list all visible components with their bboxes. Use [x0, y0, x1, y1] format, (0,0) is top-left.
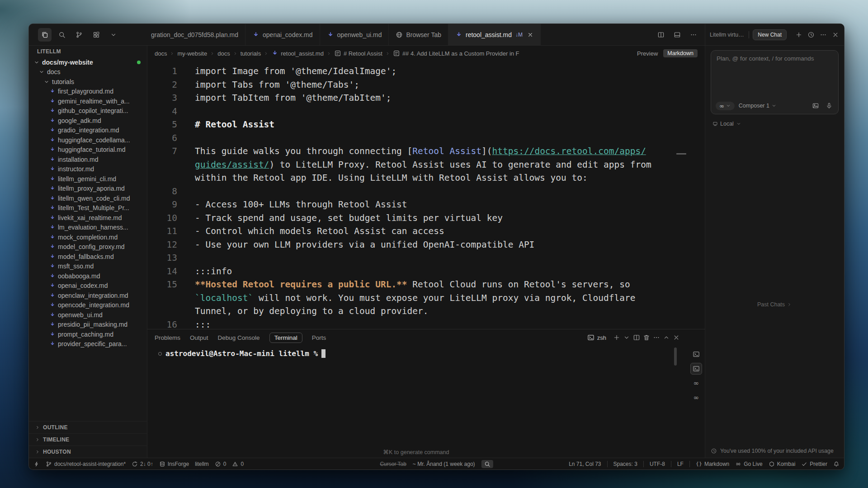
image-button[interactable] [811, 101, 820, 110]
panel-tab-terminal[interactable]: Terminal [269, 333, 302, 343]
terminal-list-item-0[interactable] [690, 348, 702, 360]
markdown-mode-button[interactable]: Markdown [663, 49, 698, 57]
status-prettier[interactable]: Prettier [801, 461, 827, 467]
status-litellm[interactable]: litellm [195, 461, 209, 467]
shell-tab[interactable]: zsh [587, 334, 606, 341]
tree-file-prompt-caching-md[interactable]: prompt_caching.md [29, 329, 147, 339]
panel-tab-output[interactable]: Output [190, 334, 208, 341]
plus-button[interactable] [612, 333, 622, 343]
status-zap[interactable] [33, 461, 40, 467]
tree-file-installation-md[interactable]: installation.md [29, 155, 147, 164]
status-bell[interactable] [833, 461, 840, 467]
tab-openweb-ui-md[interactable]: openweb_ui.md [320, 24, 389, 45]
status-go-live[interactable]: Go Live [735, 461, 762, 467]
status-lf[interactable]: LF [671, 461, 684, 467]
status-mr-nand-1-week-ago[interactable]: ~ Mr. Ånand (1 week ago) [413, 461, 475, 467]
chevron-down-button[interactable] [622, 333, 632, 343]
panel-tab-debug-console[interactable]: Debug Console [218, 334, 260, 341]
tree-file-openclaw-integration-md[interactable]: openclaw_integration.md [29, 291, 147, 300]
breadcrumb-tutorials[interactable]: tutorials [241, 50, 261, 57]
section-timeline[interactable]: TIMELINE [29, 433, 147, 446]
terminal-list-item-1[interactable] [690, 363, 702, 375]
tree-file-openweb-ui-md[interactable]: openweb_ui.md [29, 310, 147, 320]
tree-file-provider-specific-para[interactable]: provider_specific_para... [29, 339, 147, 349]
split-editor-button[interactable] [632, 333, 642, 343]
tree-file-litellm-qwen-code-cli-md[interactable]: litellm_qwen_code_cli.md [29, 193, 147, 203]
new-chat-button[interactable]: New Chat [753, 29, 787, 40]
tree-file-instructor-md[interactable]: instructor.md [29, 164, 147, 174]
tree-file-litellm-test-multiple-pr[interactable]: litellm_Test_Multiple_Pr... [29, 203, 147, 213]
panel-tab-ports[interactable]: Ports [312, 334, 326, 341]
status-0[interactable]: 0 [232, 461, 244, 467]
more-button[interactable] [651, 333, 661, 343]
mode-selector[interactable]: Local [712, 121, 837, 127]
mic-button[interactable] [825, 101, 834, 110]
tree-file-github-copilot-integrati[interactable]: github_copilot_integrati... [29, 106, 147, 116]
tab-browser-tab[interactable]: Browser Tab [389, 24, 448, 45]
activity-chevron-down-button[interactable] [107, 28, 120, 42]
tree-file-gemini-realtime-with-a[interactable]: gemini_realtime_with_a... [29, 96, 147, 106]
status-spaces-3[interactable]: Spaces: 3 [607, 461, 637, 467]
tree-file-google-adk-md[interactable]: google_adk.md [29, 116, 147, 126]
section-houston[interactable]: HOUSTON [29, 446, 147, 458]
plus-button[interactable] [794, 30, 804, 40]
history-button[interactable] [806, 30, 816, 40]
close-button[interactable] [671, 333, 681, 343]
model-selector[interactable]: ∞ [716, 102, 735, 110]
layout-panel-button[interactable] [672, 30, 682, 40]
tree-file-huggingface-tutorial-md[interactable]: huggingface_tutorial.md [29, 145, 147, 155]
chat-input[interactable] [717, 55, 834, 98]
status-search[interactable] [481, 460, 493, 468]
status-utf-8[interactable]: UTF-8 [643, 461, 665, 467]
terminal-list-item-3[interactable]: ∞ [690, 392, 702, 404]
status-cursor-tab[interactable]: Cursor Tab [380, 461, 406, 467]
section-outline[interactable]: OUTLINE [29, 421, 147, 433]
composer-selector[interactable]: Composer 1 [739, 103, 777, 109]
tree-file-openai-codex-md[interactable]: openai_codex.md [29, 281, 147, 291]
terminal-scrollbar[interactable] [674, 347, 677, 366]
tree-file-huggingface-codellama[interactable]: huggingface_codellama... [29, 135, 147, 145]
status-ln-71-col-73[interactable]: Ln 71, Col 73 [569, 461, 601, 467]
tree-file-lm-evaluation-harness[interactable]: lm_evaluation_harness... [29, 223, 147, 233]
breadcrumb-retool-assist-md[interactable]: retool_assist.md [271, 50, 324, 57]
status-2-0[interactable]: 2↓ 0↑ [132, 461, 153, 467]
tab-gration-doc-d075fd58-plan-md[interactable]: gration_doc_d075fd58.plan.md [147, 24, 245, 45]
activity-files-button[interactable] [38, 28, 52, 42]
breadcrumb-4-add-litellm-as-a-custom-provider-in-f[interactable]: ## 4. Add LiteLLM as a Custom Provider i… [393, 50, 519, 57]
past-chats[interactable]: Past Chats [705, 301, 844, 308]
tree-file-oobabooga-md[interactable]: oobabooga.md [29, 271, 147, 281]
status-markdown[interactable]: {}Markdown [689, 461, 729, 467]
breadcrumb-my-website[interactable]: my-website [177, 50, 207, 57]
tree-file-gradio-integration-md[interactable]: gradio_integration.md [29, 126, 147, 136]
tab-retool-assist-md[interactable]: retool_assist.md↓M [448, 24, 541, 45]
terminal-list-item-2[interactable]: ∞ [690, 377, 702, 389]
chevron-up-button[interactable] [661, 333, 671, 343]
status-kombai[interactable]: Kombai [769, 461, 796, 467]
tree-file-model-fallbacks-md[interactable]: model_fallbacks.md [29, 252, 147, 262]
preview-button[interactable]: Preview [637, 50, 658, 57]
activity-source-control-button[interactable] [72, 28, 86, 42]
status-0[interactable]: 0 [215, 461, 226, 467]
close-button[interactable] [830, 30, 840, 40]
tree-file-model-config-proxy-md[interactable]: model_config_proxy.md [29, 242, 147, 252]
more-button[interactable] [818, 30, 828, 40]
activity-search-button[interactable] [55, 28, 69, 42]
editor-code[interactable]: 1import Image from '@theme/IdealImage';2… [147, 61, 705, 329]
breadcrumb-docs[interactable]: docs [155, 50, 167, 57]
chat-input-box[interactable]: ∞ Composer 1 [711, 50, 839, 114]
tree-file-litellm-gemini-cli-md[interactable]: litellm_gemini_cli.md [29, 174, 147, 184]
tree-file-first-playground-md[interactable]: first_playground.md [29, 87, 147, 97]
more-button[interactable] [689, 30, 698, 40]
tree-file-litellm-proxy-aporia-md[interactable]: litellm_proxy_aporia.md [29, 184, 147, 194]
status-insforge[interactable]: InsForge [159, 461, 189, 467]
trash-button[interactable] [642, 333, 651, 343]
status-docs-retool-assist-integration[interactable]: docs/retool-assist-integration* [46, 461, 126, 467]
tree-file-opencode-integration-md[interactable]: opencode_integration.md [29, 300, 147, 310]
tree-folder-docs[interactable]: docs [29, 67, 147, 77]
tree-file-presidio-pii-masking-md[interactable]: presidio_pii_masking.md [29, 320, 147, 330]
panel-tab-problems[interactable]: Problems [155, 334, 180, 341]
tree-file-mock-completion-md[interactable]: mock_completion.md [29, 232, 147, 242]
activity-extensions-button[interactable] [90, 28, 103, 42]
close-icon[interactable] [527, 32, 533, 38]
tree-file-livekit-xai-realtime-md[interactable]: livekit_xai_realtime.md [29, 213, 147, 223]
